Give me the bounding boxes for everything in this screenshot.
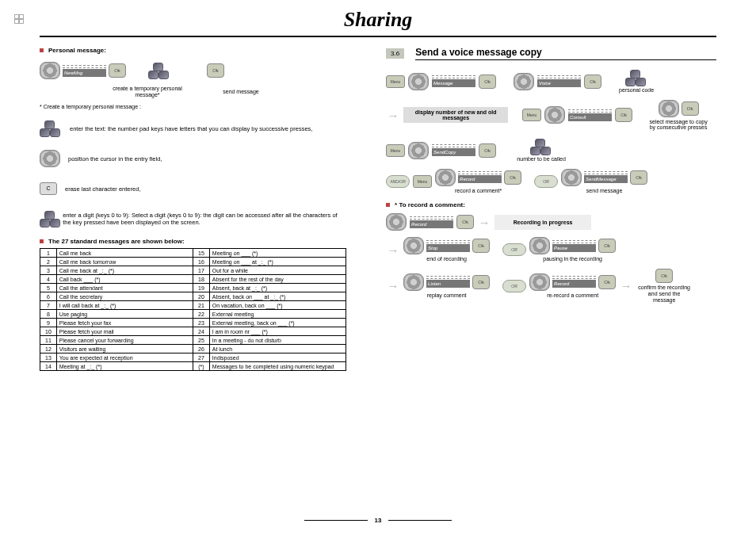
nav-key-icon (435, 169, 456, 186)
ok-key-icon: Ok (598, 275, 616, 289)
table-cell: 21 (193, 301, 210, 310)
keypad-icon (40, 120, 62, 136)
table-cell: Call the secretary (56, 292, 193, 301)
table-cell: Out for a while (209, 266, 346, 275)
table-cell: External meeting, back on ___ (*) (209, 319, 346, 327)
caption: select message to copy by consecutive pr… (647, 119, 710, 131)
ok-key-icon: Ok (615, 108, 632, 122)
table-cell: On vacation, back on ___ (*) (209, 301, 346, 310)
table-cell: Call me back (56, 249, 193, 258)
table-cell: Call me back at _:_ (*) (56, 266, 193, 275)
display-strip: Listen (426, 276, 470, 288)
ok-key-icon: Ok (109, 63, 126, 78)
table-cell: Call me back tomorrow (56, 258, 193, 266)
caption: replay comment (427, 292, 467, 299)
display-strip: Record (552, 276, 596, 288)
caption: re-record a comment (547, 292, 598, 299)
table-cell: At lunch (209, 345, 346, 353)
ok-key-icon: Ok (456, 215, 474, 229)
table-row: 8Use paging22External meeting (40, 310, 346, 319)
table-cell: 22 (193, 310, 210, 319)
keypad-icon (148, 63, 170, 78)
nav-key-icon (408, 142, 429, 159)
table-cell: Absent, back at _:_ (*) (209, 284, 346, 292)
table-cell: 11 (40, 336, 57, 345)
ok-key-icon: Ok (472, 239, 490, 253)
nav-key-icon (40, 62, 60, 79)
table-cell: 16 (193, 258, 210, 266)
table-cell: 23 (193, 319, 210, 327)
ok-key-icon: Ok (504, 170, 521, 185)
table-cell: 17 (193, 266, 210, 275)
table-cell: 24 (193, 327, 210, 336)
section-title: Send a voice message copy (415, 47, 716, 60)
table-row: 13You are expected at reception27Indispo… (40, 353, 346, 362)
table-cell: 14 (40, 362, 57, 371)
caption: end of recording (426, 256, 467, 262)
nav-key-icon (408, 73, 429, 90)
display-strip: NewMsg (63, 65, 106, 77)
table-row: 5Call the attendant19Absent, back at _:_… (40, 284, 346, 292)
ok-key-icon: Ok (479, 143, 496, 158)
page-number: 13 (375, 517, 382, 524)
table-cell: Use paging (56, 310, 193, 319)
nav-key-icon (544, 106, 565, 124)
section-number: 3.6 (386, 48, 404, 59)
ok-key-icon: Ok (584, 75, 601, 89)
table-cell: (*) (193, 362, 210, 371)
arrow-icon: → (477, 216, 491, 229)
table-cell: 25 (193, 336, 210, 345)
nav-key-icon (403, 237, 424, 254)
nav-key-icon (40, 150, 60, 167)
table-cell: Visitors are waiting (56, 345, 193, 353)
table-cell: 19 (193, 284, 210, 292)
table-row: 12Visitors are waiting26At lunch (40, 345, 346, 353)
menu-icon: Menu (386, 144, 405, 157)
ok-key-icon: Ok (655, 269, 673, 283)
display-strip: Record (458, 171, 502, 183)
nav-key-icon (529, 273, 550, 291)
standard-messages-table: 1Call me back15Meeting on ___ (*)2Call m… (40, 248, 346, 371)
table-cell: 12 (40, 345, 57, 353)
table-cell: Meeting at _:_ (*) (56, 362, 193, 371)
nav-key-icon (561, 169, 582, 186)
display-strip: Consult (568, 109, 612, 121)
table-cell: I am in room nr ___ (*) (209, 327, 346, 336)
ok-key-icon: Ok (207, 63, 224, 78)
table-row: 10Please fetch your mail24I am in room n… (40, 327, 346, 336)
caption: record a comment* (455, 188, 502, 194)
menu-icon: Menu (386, 75, 405, 88)
table-cell: 20 (193, 292, 210, 301)
table-row: 11Please cancel your forwarding25In a me… (40, 336, 346, 345)
table-cell: Please cancel your forwarding (56, 336, 193, 345)
display-strip: Voice (537, 75, 581, 87)
nav-key-icon (514, 73, 534, 90)
display-strip: Message (432, 75, 475, 87)
clear-key-icon: C (40, 182, 57, 195)
table-row: 3Call me back at _:_ (*)17Out for a whil… (40, 266, 346, 275)
table-cell: 27 (193, 353, 210, 362)
nav-key-icon (529, 237, 550, 254)
table-cell: Messages to be completed using numeric k… (209, 362, 346, 371)
table-row: 14Meeting at _:_ (*)(*)Messages to be co… (40, 362, 346, 371)
caption: send message (213, 89, 269, 95)
page-footer: 13 (0, 517, 756, 524)
menu-icon: Menu (413, 175, 432, 188)
display-strip: Record (410, 216, 453, 228)
info-box: Recording in progress (494, 215, 591, 230)
ok-key-icon: Ok (682, 101, 699, 116)
arrow-icon: → (386, 279, 400, 292)
display-strip: SendCopy (432, 144, 475, 156)
caption: send message (586, 188, 623, 194)
table-cell: You are expected at reception (56, 353, 193, 362)
sub-heading: * To record a comment: (395, 201, 465, 208)
menu-icon: Menu (522, 109, 541, 121)
bullet-icon (386, 203, 390, 207)
table-heading: The 27 standard messages are shown below… (48, 238, 185, 245)
table-cell: 4 (40, 275, 57, 284)
display-strip: Pause (552, 240, 596, 252)
bullet-icon (40, 48, 44, 52)
arrow-icon: → (386, 109, 400, 122)
table-cell: 18 (193, 275, 210, 284)
nav-key-icon (403, 273, 424, 291)
